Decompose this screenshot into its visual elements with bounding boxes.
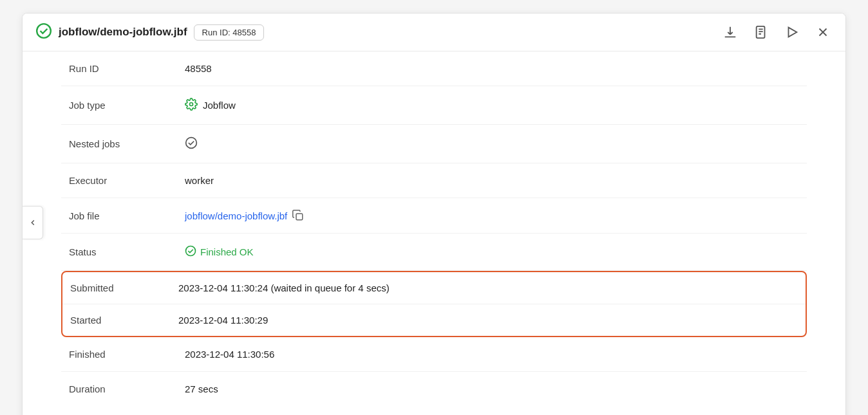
close-button[interactable]	[813, 23, 833, 42]
header-title-group: jobflow/demo-jobflow.jbf Run ID: 48558	[35, 23, 712, 42]
jobflow-gear-icon	[185, 98, 198, 113]
duration-row: Duration 27 secs	[61, 372, 807, 407]
submitted-row: Submitted 2023-12-04 11:30:24 (waited in…	[62, 272, 806, 304]
submitted-label: Submitted	[62, 272, 171, 304]
copy-icon[interactable]	[292, 210, 304, 221]
svg-point-11	[186, 246, 196, 256]
nested-jobs-row: Nested jobs	[61, 125, 807, 163]
panel-header: jobflow/demo-jobflow.jbf Run ID: 48558	[23, 14, 845, 51]
job-file-row: Job file jobflow/demo-jobflow.jbf	[61, 198, 807, 234]
executor-row: Executor worker	[61, 163, 807, 198]
back-button[interactable]	[23, 206, 43, 239]
header-filename: jobflow/demo-jobflow.jbf	[59, 26, 187, 39]
started-label: Started	[62, 304, 171, 336]
download-button[interactable]	[721, 23, 740, 42]
duration-value: 27 secs	[177, 372, 807, 407]
document-button[interactable]	[751, 23, 771, 42]
started-row: Started 2023-12-04 11:30:29	[62, 304, 806, 336]
panel: jobflow/demo-jobflow.jbf Run ID: 48558	[22, 13, 846, 415]
status-check-icon	[185, 245, 196, 259]
submitted-value: 2023-12-04 11:30:24 (waited in queue for…	[171, 272, 397, 304]
success-icon	[35, 23, 52, 42]
run-id-value: 48558	[177, 51, 807, 86]
job-file-value: jobflow/demo-jobflow.jbf	[177, 198, 807, 234]
finished-value: 2023-12-04 11:30:56	[177, 337, 807, 372]
highlighted-box: Submitted 2023-12-04 11:30:24 (waited in…	[61, 271, 807, 337]
status-label: Status	[61, 234, 177, 271]
svg-point-8	[190, 103, 193, 106]
svg-point-0	[37, 24, 51, 38]
job-type-row: Job type Jobflow	[61, 86, 807, 125]
finished-row: Finished 2023-12-04 11:30:56	[61, 337, 807, 372]
run-id-label: Run ID	[61, 51, 177, 86]
status-value: Finished OK	[177, 234, 807, 271]
nested-jobs-label: Nested jobs	[61, 125, 177, 163]
svg-point-9	[186, 138, 197, 149]
job-file-label: Job file	[61, 198, 177, 234]
play-button[interactable]	[782, 23, 802, 42]
job-type-value: Jobflow	[177, 86, 807, 125]
job-type-text: Jobflow	[203, 100, 236, 111]
duration-label: Duration	[61, 372, 177, 407]
highlighted-section-row: Submitted 2023-12-04 11:30:24 (waited in…	[61, 271, 807, 338]
nested-jobs-value	[177, 125, 807, 163]
job-type-label: Job type	[61, 86, 177, 125]
run-id-row: Run ID 48558	[61, 51, 807, 86]
svg-marker-5	[789, 28, 797, 37]
status-row: Status Finished OK	[61, 234, 807, 271]
job-file-link-text: jobflow/demo-jobflow.jbf	[185, 210, 287, 221]
info-table: Run ID 48558 Job type	[61, 51, 807, 406]
job-file-link[interactable]: jobflow/demo-jobflow.jbf	[185, 210, 799, 221]
executor-value: worker	[177, 163, 807, 198]
started-value: 2023-12-04 11:30:29	[171, 304, 276, 336]
header-actions	[721, 23, 833, 42]
nested-jobs-check-icon	[185, 140, 198, 151]
run-id-badge: Run ID: 48558	[194, 24, 265, 41]
svg-rect-10	[296, 214, 303, 220]
finished-label: Finished	[61, 337, 177, 372]
status-text: Finished OK	[200, 246, 254, 257]
panel-content: Run ID 48558 Job type	[23, 51, 845, 415]
executor-label: Executor	[61, 163, 177, 198]
